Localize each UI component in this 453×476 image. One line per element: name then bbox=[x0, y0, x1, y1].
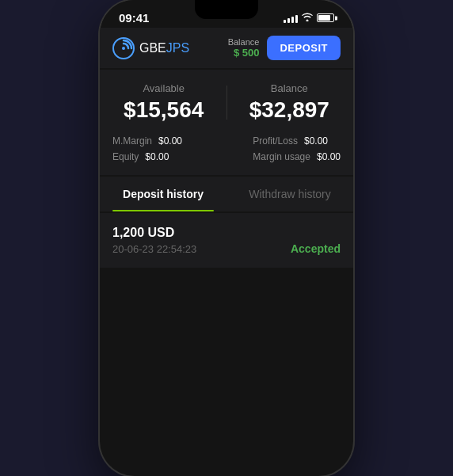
mmargin-label: M.Margin bbox=[112, 135, 152, 147]
history-item: 1,200 USD 20-06-23 22:54:23 Accepted bbox=[112, 226, 341, 255]
available-value: $15,564 bbox=[124, 97, 204, 123]
signal-bars-icon bbox=[284, 13, 298, 23]
available-label: Available bbox=[124, 82, 204, 94]
equity-value: $0.00 bbox=[145, 151, 169, 162]
logo-text: GBEJPS bbox=[139, 41, 189, 55]
balance-deposit-area: Balance $ 500 DEPOSIT bbox=[228, 36, 341, 60]
history-item-left: 1,200 USD 20-06-23 22:54:23 bbox=[112, 226, 196, 255]
mmargin-value: $0.00 bbox=[158, 135, 182, 147]
battery-icon bbox=[317, 13, 334, 22]
phone-frame: 09:41 bbox=[100, 0, 353, 476]
logo-gbe: GBE bbox=[139, 41, 166, 55]
tab-deposit-history[interactable]: Deposit history bbox=[100, 177, 226, 211]
notch bbox=[195, 0, 258, 19]
logo-area: GBEJPS bbox=[112, 37, 189, 59]
equity-stat: Equity $0.00 bbox=[112, 151, 182, 162]
profit-loss-stat: Profit/Loss $0.00 bbox=[253, 135, 341, 147]
sub-stats-right: Profit/Loss $0.00 Margin usage $0.00 bbox=[253, 135, 341, 162]
profit-loss-value: $0.00 bbox=[304, 135, 328, 147]
svg-point-1 bbox=[122, 47, 125, 50]
status-time: 09:41 bbox=[119, 11, 149, 25]
margin-usage-value: $0.00 bbox=[317, 151, 341, 162]
margin-usage-stat: Margin usage $0.00 bbox=[253, 151, 341, 162]
mmargin-stat: M.Margin $0.00 bbox=[112, 135, 182, 147]
stats-divider bbox=[226, 86, 227, 120]
tabs: Deposit history Withdraw history bbox=[100, 177, 353, 211]
profit-loss-label: Profit/Loss bbox=[253, 135, 298, 147]
header-balance-label: Balance bbox=[228, 37, 260, 47]
logo-jps: JPS bbox=[166, 41, 189, 55]
history-status: Accepted bbox=[291, 242, 341, 255]
tab-withdraw-history[interactable]: Withdraw history bbox=[226, 177, 353, 211]
history-list: 1,200 USD 20-06-23 22:54:23 Accepted bbox=[100, 213, 353, 268]
stats-panel: Available $15,564 Balance $32,897 M.Marg… bbox=[100, 70, 353, 175]
available-stat: Available $15,564 bbox=[124, 82, 204, 123]
equity-label: Equity bbox=[112, 151, 139, 162]
history-amount: 1,200 USD bbox=[112, 226, 196, 240]
history-date: 20-06-23 22:54:23 bbox=[112, 243, 196, 255]
margin-usage-label: Margin usage bbox=[253, 151, 310, 162]
app-header: GBEJPS Balance $ 500 DEPOSIT bbox=[100, 28, 353, 68]
logo-icon bbox=[112, 37, 135, 59]
deposit-button[interactable]: DEPOSIT bbox=[267, 36, 341, 60]
balance-label: Balance bbox=[249, 82, 329, 94]
sub-stats: M.Margin $0.00 Equity $0.00 Profit/Loss … bbox=[112, 135, 341, 162]
wifi-icon bbox=[302, 13, 313, 24]
header-balance-info: Balance $ 500 bbox=[228, 37, 260, 59]
balance-value: $32,897 bbox=[249, 97, 329, 123]
main-stats: Available $15,564 Balance $32,897 bbox=[112, 82, 341, 123]
header-balance-amount: $ 500 bbox=[228, 47, 260, 59]
balance-stat: Balance $32,897 bbox=[249, 82, 329, 123]
sub-stats-left: M.Margin $0.00 Equity $0.00 bbox=[112, 135, 182, 162]
status-icons bbox=[284, 13, 334, 24]
